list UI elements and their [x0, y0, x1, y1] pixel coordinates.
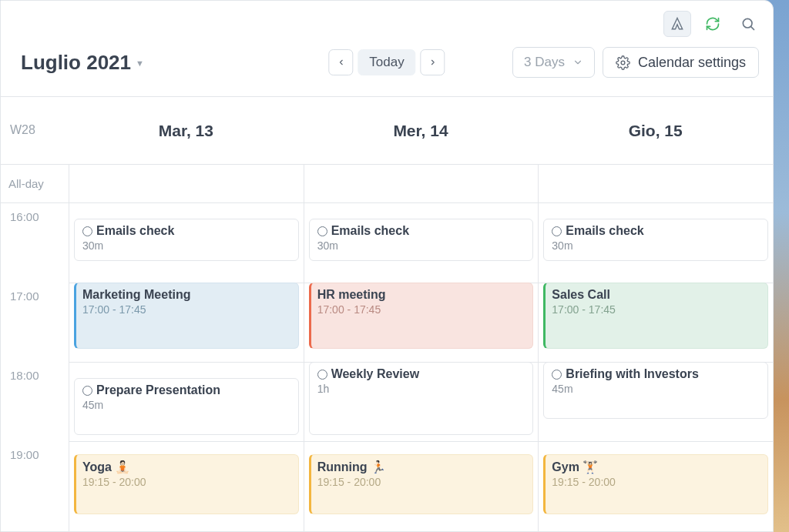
today-button[interactable]: Today: [358, 49, 415, 75]
allday-cell[interactable]: [304, 165, 539, 202]
event-sub: 19:15 - 20:00: [552, 476, 761, 488]
hour-label: 18:00: [10, 369, 39, 382]
date-nav-group: Today: [328, 49, 445, 75]
next-button[interactable]: [421, 49, 445, 75]
search-icon: [740, 16, 756, 32]
gear-icon: [616, 55, 630, 70]
event-sub: 17:00 - 17:45: [317, 303, 527, 316]
header: Luglio 2021 ▼ Today 3 Days Calenda: [1, 47, 773, 96]
hour-line: [539, 441, 773, 442]
event[interactable]: Sales Call 17:00 - 17:45: [543, 283, 768, 349]
caret-down-icon: ▼: [136, 59, 144, 68]
event-title: Sales Call: [552, 288, 761, 302]
app-logo-button[interactable]: [663, 11, 691, 37]
event[interactable]: Prepare Presentation 45m: [74, 378, 299, 435]
event-title: Emails check: [552, 224, 761, 238]
event[interactable]: Running 🏃🏻 19:15 - 20:00: [309, 454, 534, 514]
hour-line: [304, 441, 539, 442]
event-title: Emails check: [317, 224, 527, 238]
range-select-label: 3 Days: [524, 55, 565, 70]
event[interactable]: HR meeting 17:00 - 17:45: [309, 283, 534, 349]
svg-point-0: [743, 18, 752, 28]
hour-label: 19:00: [10, 448, 39, 461]
day-headers-row: W28 Mar, 13 Mer, 14 Gio, 15: [1, 97, 773, 165]
time-grid: 16:00 17:00 18:00 19:00 Emails check 30m…: [1, 203, 773, 531]
allday-label: All-day: [1, 165, 69, 202]
event-title: Briefing with Investors: [552, 367, 761, 381]
event[interactable]: Emails check 30m: [543, 219, 768, 261]
calendar-grid: W28 Mar, 13 Mer, 14 Gio, 15 All-day 16:0…: [1, 96, 773, 531]
header-right-controls: 3 Days Calendar settings: [512, 47, 759, 78]
event-sub: 19:15 - 20:00: [317, 476, 527, 488]
event-sub: 30m: [552, 239, 761, 252]
chevron-left-icon: [337, 57, 345, 68]
status-circle-icon: [317, 226, 327, 236]
range-select[interactable]: 3 Days: [512, 47, 595, 78]
allday-cell[interactable]: [69, 165, 304, 202]
month-title-dropdown[interactable]: Luglio 2021 ▼: [21, 51, 144, 75]
event[interactable]: Emails check 30m: [309, 219, 534, 261]
prev-button[interactable]: [328, 49, 353, 75]
status-circle-icon: [82, 226, 92, 236]
day-header[interactable]: Mer, 14: [304, 97, 539, 164]
status-circle-icon: [317, 370, 327, 380]
event-sub: 30m: [317, 239, 527, 252]
app-window: Luglio 2021 ▼ Today 3 Days Calenda: [0, 0, 774, 532]
calendar-settings-button[interactable]: Calendar settings: [603, 47, 759, 78]
event[interactable]: Briefing with Investors 45m: [543, 362, 768, 419]
status-circle-icon: [552, 370, 562, 380]
day-header[interactable]: Mar, 13: [69, 97, 304, 164]
event-sub: 45m: [552, 383, 761, 395]
event-sub: 17:00 - 17:45: [552, 303, 761, 316]
event-sub: 45m: [82, 399, 292, 411]
hour-line: [69, 362, 304, 363]
event-sub: 19:15 - 20:00: [82, 476, 292, 488]
chevron-right-icon: [428, 57, 437, 68]
event-title: Prepare Presentation: [82, 383, 292, 397]
event-title: HR meeting: [317, 288, 527, 302]
time-labels-column: 16:00 17:00 18:00 19:00: [1, 203, 69, 531]
settings-button-label: Calendar settings: [638, 55, 746, 71]
event[interactable]: Marketing Meeting 17:00 - 17:45: [74, 283, 299, 349]
day-header[interactable]: Gio, 15: [538, 97, 773, 164]
top-toolbar: [1, 1, 773, 47]
week-label: W28: [1, 97, 69, 164]
logo-icon: [670, 16, 685, 32]
event-title: Gym 🏋🏻: [552, 460, 761, 474]
hour-label: 17:00: [10, 289, 39, 303]
event-sub: 30m: [82, 239, 292, 252]
event-title: Emails check: [82, 224, 292, 238]
event[interactable]: Yoga 🧘🏻 19:15 - 20:00: [74, 454, 299, 514]
refresh-icon: [705, 16, 720, 32]
day-column[interactable]: Emails check 30m Sales Call 17:00 - 17:4…: [538, 203, 773, 531]
status-circle-icon: [82, 386, 92, 396]
allday-row: All-day: [1, 165, 773, 203]
month-title-text: Luglio 2021: [21, 51, 131, 75]
search-button[interactable]: [734, 11, 762, 37]
hour-label: 16:00: [10, 210, 39, 223]
day-column[interactable]: Emails check 30m HR meeting 17:00 - 17:4…: [304, 203, 539, 531]
refresh-button[interactable]: [699, 11, 727, 37]
event-sub: 17:00 - 17:45: [82, 303, 292, 316]
event[interactable]: Weekly Review 1h: [309, 362, 534, 435]
day-column[interactable]: Emails check 30m Marketing Meeting 17:00…: [69, 203, 304, 531]
event-title: Weekly Review: [317, 367, 527, 381]
event-title: Running 🏃🏻: [317, 460, 527, 474]
svg-point-1: [621, 61, 625, 65]
event-title: Yoga 🧘🏻: [82, 460, 292, 474]
status-circle-icon: [552, 226, 562, 236]
event[interactable]: Emails check 30m: [74, 219, 299, 261]
chevron-down-icon: [572, 57, 583, 68]
event[interactable]: Gym 🏋🏻 19:15 - 20:00: [543, 454, 768, 514]
event-title: Marketing Meeting: [82, 288, 292, 302]
event-sub: 1h: [317, 383, 527, 395]
allday-cell[interactable]: [538, 165, 773, 202]
hour-line: [69, 441, 304, 442]
